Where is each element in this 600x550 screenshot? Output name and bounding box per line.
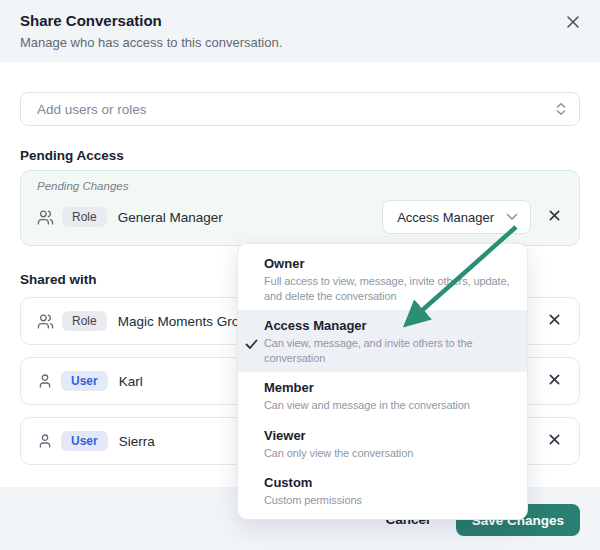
entity-name: Sierra <box>119 434 155 449</box>
remove-shared-entry-button[interactable] <box>543 370 565 392</box>
people-icon <box>37 209 54 226</box>
share-conversation-modal: Share Conversation Manage who has access… <box>0 0 600 550</box>
x-icon <box>548 209 561 225</box>
option-description: Can view and message in the conversation <box>264 398 517 413</box>
option-description: Can only view the conversation <box>264 446 517 461</box>
entity-name: General Manager <box>118 210 223 225</box>
dropdown-option-owner[interactable]: Owner Full access to view, message, invi… <box>238 248 527 310</box>
modal-title: Share Conversation <box>20 12 580 29</box>
permission-select[interactable]: Access Manager <box>382 200 531 234</box>
permission-dropdown-menu: Owner Full access to view, message, invi… <box>237 243 528 520</box>
modal-subtitle: Manage who has access to this conversati… <box>20 35 580 50</box>
pending-changes-box: Pending Changes Role General Manager Acc… <box>20 170 580 246</box>
chevron-down-icon <box>506 213 518 221</box>
checkmark-icon <box>245 336 258 354</box>
dropdown-option-custom[interactable]: Custom Custom permissions <box>238 467 527 515</box>
remove-pending-entry-button[interactable] <box>543 206 565 228</box>
pending-changes-label: Pending Changes <box>37 180 565 192</box>
close-icon <box>566 15 580 32</box>
type-badge-role: Role <box>62 311 107 331</box>
unfold-selector-icon <box>555 102 567 116</box>
x-icon <box>548 313 561 329</box>
person-icon <box>37 373 53 389</box>
pending-access-heading: Pending Access <box>20 148 124 163</box>
entity-name: Karl <box>119 374 143 389</box>
option-description: Custom permissions <box>264 493 517 508</box>
option-description: Full access to view, message, invite oth… <box>264 274 517 303</box>
option-title: Access Manager <box>264 317 517 334</box>
x-icon <box>548 433 561 449</box>
remove-shared-entry-button[interactable] <box>543 310 565 332</box>
add-users-select[interactable]: Add users or roles <box>20 92 580 126</box>
shared-with-heading: Shared with <box>20 272 97 287</box>
option-title: Owner <box>264 255 517 272</box>
pending-entry-row: Role General Manager Access Manager <box>37 200 565 234</box>
dropdown-option-access-manager[interactable]: Access Manager Can view, message, and in… <box>238 310 527 372</box>
dropdown-option-member[interactable]: Member Can view and message in the conve… <box>238 372 527 420</box>
type-badge-user: User <box>61 371 108 391</box>
option-title: Member <box>264 379 517 396</box>
entity-name: Magic Moments Group <box>118 314 255 329</box>
people-icon <box>37 313 54 330</box>
option-description: Can view, message, and invite others to … <box>264 336 517 365</box>
person-icon <box>37 433 53 449</box>
permission-value: Access Manager <box>397 210 494 225</box>
dropdown-option-viewer[interactable]: Viewer Can only view the conversation <box>238 420 527 468</box>
add-users-placeholder: Add users or roles <box>37 102 147 117</box>
modal-header: Share Conversation Manage who has access… <box>0 0 600 62</box>
option-title: Viewer <box>264 427 517 444</box>
close-modal-button[interactable] <box>562 12 584 34</box>
remove-shared-entry-button[interactable] <box>543 430 565 452</box>
x-icon <box>548 373 561 389</box>
type-badge-role: Role <box>62 207 107 227</box>
type-badge-user: User <box>61 431 108 451</box>
option-title: Custom <box>264 474 517 491</box>
